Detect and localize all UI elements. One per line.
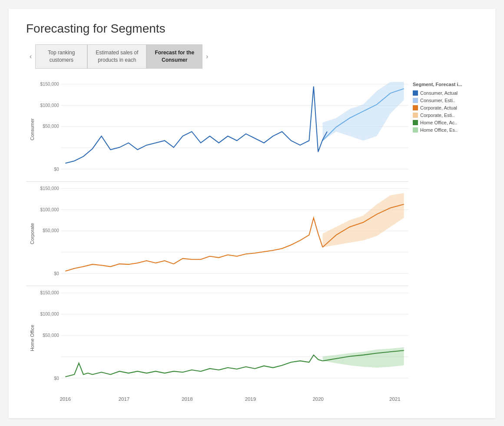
legend-color-corporate-actual — [413, 105, 418, 110]
legend-homeoffice-actual: Home Office, Ac.. — [413, 120, 478, 125]
legend-color-corporate-esti — [413, 113, 418, 118]
page-title: Forecasting for Segments — [26, 22, 478, 36]
svg-marker-29 — [323, 347, 404, 367]
svg-text:2017: 2017 — [119, 396, 129, 402]
legend-title: Segment, Forecast i... — [413, 82, 478, 87]
svg-text:$150,000: $150,000 — [40, 290, 59, 295]
legend-color-consumer-esti — [413, 98, 418, 103]
homeoffice-y-label: Home Office — [26, 286, 38, 390]
tab-estimated-sales[interactable]: Estimated sales ofproducts in each — [87, 44, 146, 69]
svg-text:$0: $0 — [54, 167, 59, 172]
legend-label-consumer-esti: Consumer, Esti.. — [420, 98, 455, 103]
svg-text:$150,000: $150,000 — [40, 81, 60, 86]
svg-text:$50,000: $50,000 — [43, 124, 59, 129]
legend-color-homeoffice-esti — [413, 127, 418, 133]
tab-top-ranking[interactable]: Top rankingcustomers — [35, 44, 87, 69]
svg-text:$50,000: $50,000 — [43, 333, 59, 337]
legend-label-corporate-esti: Corporate, Esti.. — [420, 113, 454, 118]
corporate-chart-panel: Corporate $150,000 $100,000 $50,000 $0 — [26, 182, 408, 286]
legend-corporate-actual: Corporate, Actual — [413, 105, 478, 110]
svg-text:$0: $0 — [54, 376, 59, 381]
tab-forecast-consumer[interactable]: Forecast for theConsumer — [146, 44, 202, 69]
homeoffice-chart-inner: $150,000 $100,000 $50,000 $0 — [38, 286, 408, 390]
svg-text:$0: $0 — [54, 271, 59, 276]
svg-text:2018: 2018 — [182, 396, 192, 402]
charts-wrapper: Consumer $150,000 $100,000 $50,000 $0 — [26, 77, 408, 405]
legend-color-consumer-actual — [413, 90, 418, 96]
legend-color-homeoffice-actual — [413, 120, 418, 125]
svg-text:$150,000: $150,000 — [40, 186, 60, 190]
corporate-chart-inner: $150,000 $100,000 $50,000 $0 — [38, 182, 408, 286]
svg-text:2020: 2020 — [312, 396, 323, 402]
corporate-y-label: Corporate — [26, 182, 38, 286]
tab-navigation: ‹ Top rankingcustomers Estimated sales o… — [26, 44, 478, 69]
consumer-chart-inner: $150,000 $100,000 $50,000 $0 — [38, 77, 408, 181]
svg-marker-19 — [323, 193, 404, 247]
legend-label-homeoffice-actual: Home Office, Ac.. — [420, 120, 457, 125]
svg-text:2021: 2021 — [389, 396, 400, 402]
tab-right-arrow[interactable]: › — [202, 53, 212, 60]
legend-label-homeoffice-esti: Home Office, Es.. — [420, 127, 458, 133]
x-axis: 2016 2017 2018 2019 2020 2021 — [26, 390, 408, 405]
legend-homeoffice-esti: Home Office, Es.. — [413, 127, 478, 133]
legend-panel: Segment, Forecast i... Consumer, Actual … — [408, 77, 478, 405]
svg-text:$100,000: $100,000 — [40, 103, 60, 107]
svg-text:$100,000: $100,000 — [40, 311, 59, 316]
svg-text:$100,000: $100,000 — [40, 207, 60, 212]
homeoffice-chart-panel: Home Office $150,000 $100,000 $50,000 $0 — [26, 286, 408, 390]
svg-text:$50,000: $50,000 — [43, 228, 59, 233]
legend-label-consumer-actual: Consumer, Actual — [420, 90, 458, 96]
svg-text:2016: 2016 — [60, 396, 71, 402]
chart-area: Consumer $150,000 $100,000 $50,000 $0 — [26, 77, 478, 405]
legend-corporate-esti: Corporate, Esti.. — [413, 113, 478, 118]
svg-text:2019: 2019 — [245, 396, 256, 402]
tab-left-arrow[interactable]: ‹ — [26, 53, 35, 60]
legend-consumer-esti: Consumer, Esti.. — [413, 98, 478, 103]
consumer-chart-panel: Consumer $150,000 $100,000 $50,000 $0 — [26, 77, 408, 182]
legend-label-corporate-actual: Corporate, Actual — [420, 105, 457, 110]
consumer-y-label: Consumer — [26, 77, 38, 181]
page-container: Forecasting for Segments ‹ Top rankingcu… — [9, 9, 495, 418]
legend-consumer-actual: Consumer, Actual — [413, 90, 478, 96]
